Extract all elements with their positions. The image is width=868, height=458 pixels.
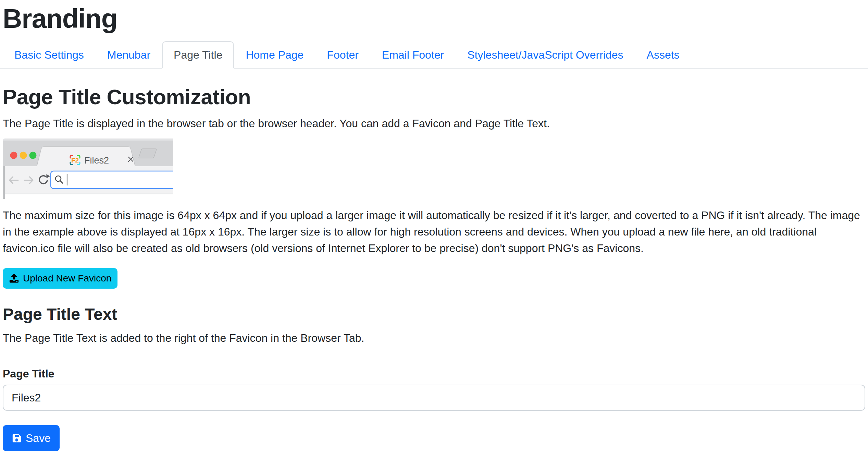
page-title-input[interactable] [3,385,865,411]
browser-chrome-illustration: F2 Files2 [3,138,173,199]
tab-page-title[interactable]: Page Title [162,41,234,69]
page-title-field-label: Page Title [3,365,865,382]
browser-preview-image: F2 Files2 [3,138,865,199]
upload-icon [9,273,19,284]
tab-home-page[interactable]: Home Page [234,41,315,69]
page-title: Branding [3,3,865,35]
page-title-form-group: Page Title [3,365,865,411]
address-bar [51,171,173,189]
upload-new-favicon-button[interactable]: Upload New Favicon [3,268,117,289]
traffic-light-zoom-icon [29,152,37,159]
save-icon [12,433,22,443]
tab-email-footer[interactable]: Email Footer [370,41,456,69]
upload-button-label: Upload New Favicon [23,271,111,286]
save-button[interactable]: Save [3,425,60,451]
section-heading-customization: Page Title Customization [3,84,865,110]
page-title-text-description: The Page Title Text is added to the righ… [3,330,865,346]
tab-basic-settings[interactable]: Basic Settings [3,41,96,69]
traffic-light-close-icon [10,152,17,159]
new-tab-button-icon [139,149,156,158]
tab-menubar[interactable]: Menubar [96,41,162,69]
favicon-size-note: The maximum size for this image is 64px … [3,207,865,256]
branding-settings-page: Branding Basic Settings Menubar Page Tit… [0,0,868,458]
tab-panel-page-title: Page Title Customization The Page Title … [3,84,865,451]
section-heading-page-title-text: Page Title Text [3,304,865,324]
window-left-edge [3,166,5,199]
tab-assets[interactable]: Assets [635,41,691,69]
tab-footer[interactable]: Footer [315,41,370,69]
traffic-light-minimize-icon [20,152,27,159]
settings-tabbar: Basic Settings Menubar Page Title Home P… [0,41,868,69]
customization-intro-text: The Page Title is displayed in the brows… [3,115,865,132]
browser-content-area [5,194,173,199]
save-button-label: Save [26,430,51,446]
tab-stylesheet-js-overrides[interactable]: Stylesheet/JavaScript Overrides [456,41,635,69]
browser-tab-title: Files2 [84,155,109,166]
favicon-label: F2 [71,157,79,164]
